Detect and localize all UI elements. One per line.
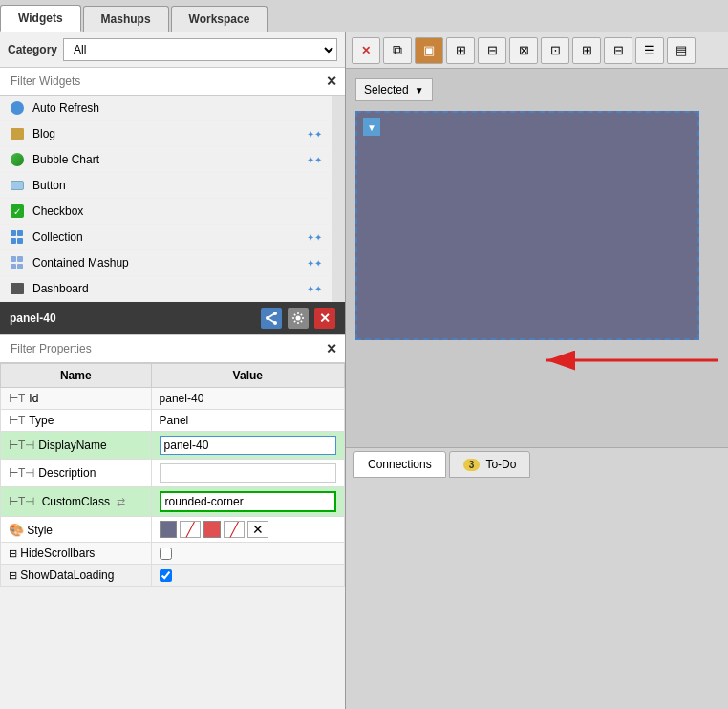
table-row: ⊟ HideScrollbars <box>1 543 345 565</box>
widget-corner-btn[interactable]: ▼ <box>363 118 380 136</box>
scroll-icon: ⊟ <box>9 548 17 559</box>
prop-value-cell <box>151 460 344 487</box>
toolbar-grid4-btn[interactable]: ⊡ <box>541 37 569 64</box>
toolbar-grid1-btn[interactable]: ⊞ <box>446 37 475 64</box>
showdataloading-checkbox[interactable] <box>160 569 172 582</box>
prop-value-cell <box>151 565 344 587</box>
toolbar-grid5-btn[interactable]: ⊞ <box>572 37 601 64</box>
panel-header: panel-40 ✕ <box>0 302 345 334</box>
style-icon: 🎨 <box>9 523 24 537</box>
toolbar-grid6-btn[interactable]: ⊟ <box>604 37 632 64</box>
filter-widgets-row: ✕ <box>0 67 345 96</box>
prop-name: Id <box>29 392 38 405</box>
prop-name: Type <box>29 414 54 427</box>
toolbar-copy-btn[interactable]: ⧉ <box>383 37 412 64</box>
displayname-input[interactable] <box>160 436 336 455</box>
hidescrollbars-checkbox[interactable] <box>160 548 172 560</box>
tab-workspace[interactable]: Workspace <box>171 6 268 32</box>
prop-value-cell <box>151 487 344 517</box>
properties-filter-row: ✕ <box>0 334 345 363</box>
todo-badge: 3 <box>463 459 481 471</box>
canvas-area: Selected ▼ ▼ <box>346 69 728 447</box>
arrow-annotation <box>537 346 728 377</box>
properties-table: Name Value ⊢TId panel-40 ⊢TType Panel <box>0 363 345 587</box>
table-row: ⊟ ShowDataLoading <box>1 565 345 587</box>
widget-list: Auto Refresh Blog ✦✦ <box>0 96 332 302</box>
widget-item[interactable]: Collection ✦✦ <box>0 225 332 250</box>
toolbar-grid3-btn[interactable]: ⊠ <box>509 37 538 64</box>
close-button[interactable]: ✕ <box>314 308 335 329</box>
drag-icon: ✦✦ <box>307 284 322 294</box>
category-select[interactable]: All <box>63 38 337 61</box>
type-icon: ⊢T⊣ <box>9 466 34 480</box>
tab-connections[interactable]: Connections <box>353 451 446 478</box>
widget-name: Blog <box>32 127 55 140</box>
widget-item[interactable]: ✓ Checkbox <box>0 199 332 225</box>
button-icon <box>10 178 25 193</box>
widget-item[interactable]: Auto Refresh <box>0 96 332 121</box>
prop-name: CustomClass <box>42 495 110 508</box>
prop-value-cell <box>151 543 344 565</box>
tab-widgets[interactable]: Widgets <box>0 5 81 32</box>
bubblechart-icon <box>10 152 25 167</box>
prop-name: ShowDataLoading <box>20 569 114 582</box>
filter-widgets-input[interactable] <box>8 72 326 91</box>
selected-dropdown[interactable]: Selected ▼ <box>355 78 433 101</box>
drag-icon: ✦✦ <box>307 258 322 269</box>
type-icon: ⊢T⊣ <box>9 495 34 508</box>
widget-item[interactable]: Dashboard ✦✦ <box>0 276 332 302</box>
canvas-widget[interactable]: ▼ <box>355 111 699 340</box>
toolbar-layout-btn[interactable]: ▤ <box>667 37 696 64</box>
style-slash-btn-2[interactable]: ╱ <box>224 521 245 538</box>
style-swatch-dark[interactable] <box>160 521 177 538</box>
tab-mashups[interactable]: Mashups <box>83 6 169 32</box>
gear-button[interactable] <box>288 308 309 329</box>
prop-value: panel-40 <box>151 388 344 410</box>
prop-name: HideScrollbars <box>20 547 95 560</box>
style-buttons: ╱ ╱ ✕ <box>160 521 336 538</box>
toolbar-align-btn[interactable]: ☰ <box>635 37 664 64</box>
type-icon: ⊢T⊣ <box>9 439 34 452</box>
widget-item[interactable]: Button <box>0 173 332 199</box>
selected-row: Selected ▼ <box>355 78 718 101</box>
prop-value-cell <box>151 432 344 460</box>
style-clear-btn[interactable]: ✕ <box>247 521 268 538</box>
toolbar-paste-special-btn[interactable]: ▣ <box>415 37 443 64</box>
prop-name: Style <box>27 524 53 537</box>
selected-label: Selected <box>364 83 409 97</box>
prop-name: Description <box>38 466 96 480</box>
drag-icon: ✦✦ <box>307 232 322 243</box>
table-row: ⊢T⊣ CustomClass ⇄ <box>1 487 345 517</box>
share-button[interactable] <box>261 308 282 329</box>
todo-label: To-Do <box>485 458 516 471</box>
blog-icon <box>10 126 25 141</box>
properties-scroll[interactable]: Name Value ⊢TId panel-40 ⊢TType Panel <box>0 363 345 709</box>
filter-properties-clear[interactable]: ✕ <box>326 341 337 356</box>
toolbar-cut-btn[interactable]: ✕ <box>352 37 380 64</box>
widget-name: Bubble Chart <box>32 153 99 166</box>
widget-scrollbar[interactable] <box>332 96 345 302</box>
col-value: Value <box>151 364 344 388</box>
col-name: Name <box>1 364 152 388</box>
customclass-input[interactable] <box>160 491 336 512</box>
category-label: Category <box>8 43 57 56</box>
style-swatch-red[interactable] <box>203 521 221 538</box>
tab-todo[interactable]: 3 To-Do <box>449 451 531 478</box>
table-row: ⊢TType Panel <box>1 410 345 432</box>
widget-item[interactable]: Blog ✦✦ <box>0 121 332 147</box>
drag-icon: ✦✦ <box>307 129 322 140</box>
svg-line-4 <box>268 318 275 323</box>
filter-properties-input[interactable] <box>8 339 326 358</box>
dropdown-arrow-icon: ▼ <box>415 85 424 96</box>
style-slash-btn-1[interactable]: ╱ <box>180 521 201 538</box>
toolbar-grid2-btn[interactable]: ⊟ <box>478 37 506 64</box>
collection-icon <box>10 229 25 245</box>
drag-icon: ✦✦ <box>307 155 322 165</box>
widget-item[interactable]: Bubble Chart ✦✦ <box>0 147 332 173</box>
sync-icon: ⇄ <box>117 496 125 507</box>
table-row: 🎨 Style ╱ ╱ ✕ <box>1 517 345 543</box>
description-input[interactable] <box>160 463 336 483</box>
filter-widgets-clear[interactable]: ✕ <box>326 74 337 89</box>
widget-name: Checkbox <box>32 204 83 218</box>
widget-item[interactable]: Contained Mashup ✦✦ <box>0 250 332 276</box>
